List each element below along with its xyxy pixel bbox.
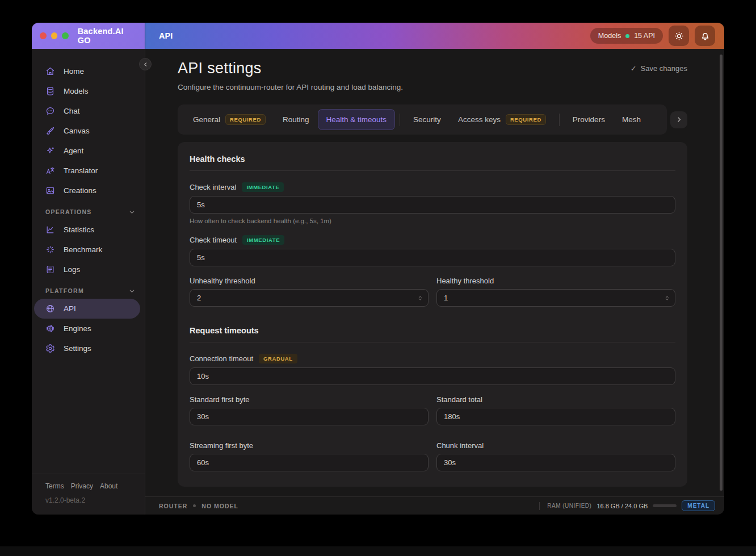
terms-link[interactable]: Terms (45, 482, 64, 490)
streaming-first-byte-input[interactable] (190, 454, 429, 471)
about-link[interactable]: About (100, 482, 117, 490)
document-icon (45, 265, 55, 274)
model-status-label: NO MODEL (201, 503, 238, 509)
check-timeout-label: Check timeout (190, 236, 237, 244)
sidebar-item-chat[interactable]: Chat (32, 101, 145, 121)
sidebar-footer: Terms Privacy About v1.2.0-beta.2 (32, 474, 145, 515)
connection-timeout-input[interactable] (190, 367, 675, 385)
sidebar-item-api[interactable]: API (34, 299, 140, 319)
stepper-icon[interactable] (664, 294, 670, 302)
tab-mesh[interactable]: Mesh (614, 109, 649, 130)
section-title-health-checks: Health checks (190, 154, 675, 164)
notifications-button[interactable] (695, 26, 715, 46)
save-changes-status: ✓ Save changes (631, 64, 687, 73)
tab-label: Security (413, 115, 441, 124)
check-timeout-input[interactable] (190, 249, 675, 266)
content-scrollbar[interactable] (720, 55, 723, 491)
sidebar-item-label: Creations (64, 186, 96, 195)
sidebar-header: Backend.AI GO (32, 23, 145, 49)
tab-label: Mesh (622, 115, 641, 124)
minimize-window-button[interactable] (51, 32, 58, 39)
stepper-icon[interactable] (417, 294, 423, 302)
sidebar-item-label: Translator (64, 166, 98, 175)
sidebar-item-models[interactable]: Models (32, 81, 145, 101)
required-badge: REQUIRED (506, 114, 546, 125)
app-title: Backend.AI GO (78, 27, 137, 45)
tab-label: Providers (573, 115, 605, 124)
tab-separator (559, 114, 560, 126)
check-interval-label: Check interval (190, 183, 236, 191)
chevron-down-icon (128, 208, 136, 216)
sun-icon (674, 31, 684, 41)
tab-label: Routing (283, 115, 309, 124)
chip-icon (45, 324, 55, 333)
sidebar-item-label: Benchmark (64, 245, 102, 254)
chat-icon (45, 106, 55, 116)
gradual-badge: GRADUAL (259, 354, 297, 363)
maximize-window-button[interactable] (62, 32, 69, 39)
sidebar: Backend.AI GO Home Models Chat Canvas Ag… (32, 23, 145, 515)
chevron-down-icon (128, 287, 136, 295)
sidebar-section-operations[interactable]: OPERATIONS (32, 204, 145, 220)
sidebar-item-engines[interactable]: Engines (32, 319, 145, 338)
check-interval-input[interactable] (190, 196, 675, 214)
sidebar-item-logs[interactable]: Logs (32, 260, 145, 279)
tab-general[interactable]: General REQUIRED (184, 109, 274, 130)
sparkle-icon (45, 146, 55, 156)
tab-routing[interactable]: Routing (274, 109, 318, 130)
sidebar-item-label: Logs (64, 265, 80, 274)
main-header: API Models 15 API (145, 23, 724, 49)
page-title: API settings (178, 60, 262, 77)
main-area: API Models 15 API API settings ✓ (145, 23, 724, 515)
tab-health-timeouts[interactable]: Health & timeouts (318, 109, 396, 130)
sidebar-item-label: Home (64, 67, 84, 76)
chart-icon (45, 225, 55, 235)
translate-icon (45, 166, 55, 175)
sidebar-item-agent[interactable]: Agent (32, 141, 145, 161)
healthy-threshold-label: Healthy threshold (436, 277, 494, 285)
streaming-first-byte-label: Streaming first byte (190, 441, 253, 450)
spinner-icon (45, 245, 55, 254)
sidebar-item-creations[interactable]: Creations (32, 181, 145, 200)
sidebar-section-platform[interactable]: PLATFORM (32, 283, 145, 299)
standard-total-input[interactable] (436, 408, 675, 425)
close-window-button[interactable] (40, 32, 47, 39)
tab-label: Health & timeouts (326, 115, 387, 124)
app-window: Backend.AI GO Home Models Chat Canvas Ag… (32, 23, 724, 515)
models-status-badge[interactable]: Models 15 API (590, 28, 663, 44)
tabs-scroll-right-button[interactable] (670, 111, 687, 128)
chunk-interval-input[interactable] (436, 454, 675, 471)
tab-providers[interactable]: Providers (564, 109, 614, 130)
paintbrush-icon (45, 126, 55, 136)
privacy-link[interactable]: Privacy (71, 482, 93, 490)
ram-usage-bar (653, 504, 677, 507)
tab-access-keys[interactable]: Access keys REQUIRED (450, 109, 555, 130)
section-label: PLATFORM (45, 287, 84, 294)
healthy-threshold-input[interactable] (436, 289, 675, 307)
sidebar-item-canvas[interactable]: Canvas (32, 121, 145, 141)
home-icon (45, 66, 55, 76)
section-title-request-timeouts: Request timeouts (190, 326, 675, 335)
theme-toggle-button[interactable] (669, 26, 689, 46)
ram-label: RAM (UNIFIED) (547, 503, 591, 509)
sidebar-item-statistics[interactable]: Statistics (32, 220, 145, 240)
unhealthy-threshold-input[interactable] (190, 289, 429, 307)
sidebar-item-settings[interactable]: Settings (32, 338, 145, 358)
save-changes-label: Save changes (641, 64, 687, 73)
tab-security[interactable]: Security (405, 109, 450, 130)
sidebar-collapse-button[interactable] (139, 58, 152, 70)
tab-separator (400, 114, 400, 126)
sidebar-item-translator[interactable]: Translator (32, 161, 145, 181)
status-dot-icon (193, 504, 196, 507)
desktop-dock-strip (0, 546, 756, 556)
required-badge: REQUIRED (225, 114, 266, 125)
check-icon: ✓ (631, 64, 637, 73)
router-status-label: ROUTER (159, 503, 187, 509)
header-page-title: API (159, 31, 173, 40)
check-interval-help: How often to check backend health (e.g.,… (190, 218, 675, 224)
sidebar-item-home[interactable]: Home (32, 61, 145, 81)
metal-badge: METAL (682, 500, 715, 511)
chevron-left-icon (142, 61, 149, 68)
standard-first-byte-input[interactable] (190, 408, 429, 425)
sidebar-item-benchmark[interactable]: Benchmark (32, 240, 145, 260)
